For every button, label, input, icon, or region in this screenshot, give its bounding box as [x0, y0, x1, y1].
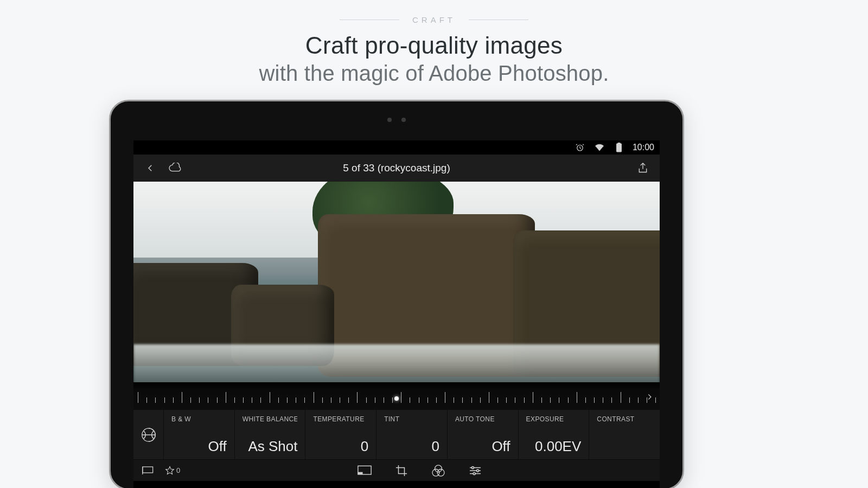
hw-button-2	[252, 100, 290, 101]
adjustment-value: 0	[313, 438, 368, 455]
app-top-bar: 5 of 33 (rockycoast.jpg)	[133, 155, 660, 182]
eyebrow-label: CRAFT	[412, 15, 456, 24]
svg-point-9	[437, 469, 444, 476]
svg-rect-2	[618, 143, 620, 144]
bottom-toolbar: 0	[133, 459, 660, 481]
adjustment-auto-tone[interactable]: AUTO TONEOff	[448, 410, 519, 459]
adjustment-label: WHITE BALANCE	[242, 415, 298, 423]
hw-button-1	[197, 100, 235, 101]
adjustment-label: AUTO TONE	[455, 415, 510, 423]
presets-button[interactable]	[431, 464, 445, 478]
eyebrow-line-right	[469, 20, 528, 20]
subheadline: with the magic of Adobe Photoshop.	[0, 61, 868, 86]
headline: Craft pro-quality images	[0, 32, 868, 59]
tablet-screen: 10:00 5 of 33 (rockycoast.jpg)	[133, 140, 660, 488]
adjust-button[interactable]	[468, 464, 482, 478]
android-status-bar: 10:00	[133, 140, 660, 155]
adjustment-tint[interactable]: TINT0	[376, 410, 448, 459]
status-time: 10:00	[633, 143, 654, 152]
adjustment-ruler[interactable]	[133, 382, 660, 409]
tablet-device: 10:00 5 of 33 (rockycoast.jpg)	[109, 100, 684, 488]
svg-point-10	[472, 466, 474, 468]
adjustment-value: Off	[455, 438, 510, 455]
cloud-sync-icon[interactable]	[168, 161, 182, 175]
marketing-header: CRAFT Craft pro-quality images with the …	[0, 0, 868, 86]
back-button[interactable]	[143, 161, 157, 175]
adjustment-label: TEMPERATURE	[313, 415, 368, 423]
adjustment-white-balance[interactable]: WHITE BALANCEAs Shot	[235, 410, 306, 459]
svg-point-7	[435, 465, 442, 472]
adjustment-contrast[interactable]: CONTRAST	[589, 410, 660, 459]
rating-button[interactable]: 0	[165, 466, 180, 476]
adjustment-exposure[interactable]: EXPOSURE0.00EV	[519, 410, 590, 459]
adjustment-label: TINT	[384, 415, 439, 423]
adjustments-row: B & WOffWHITE BALANCEAs ShotTEMPERATURE0…	[133, 409, 660, 459]
adjustment-b-w[interactable]: B & WOff	[164, 410, 235, 459]
svg-point-11	[477, 470, 479, 472]
adjustment-value: 0.00EV	[526, 438, 582, 455]
tablet-camera	[387, 118, 406, 122]
rating-count: 0	[176, 466, 180, 474]
ruler-center-indicator	[394, 396, 399, 401]
flag-button[interactable]	[141, 464, 155, 478]
adjustment-label: EXPOSURE	[526, 415, 582, 423]
adjustment-temperature[interactable]: TEMPERATURE0	[305, 410, 376, 459]
share-button[interactable]	[636, 161, 650, 175]
eyebrow-line-left	[340, 20, 399, 20]
compare-view-button[interactable]	[358, 464, 372, 478]
wifi-icon	[592, 140, 607, 155]
battery-icon	[612, 140, 626, 155]
adjustment-label: B & W	[171, 415, 227, 423]
basic-adjustments-icon[interactable]	[133, 410, 164, 459]
adjustment-label: CONTRAST	[597, 415, 652, 423]
ruler-scroll-right-icon[interactable]	[642, 390, 656, 404]
svg-rect-6	[358, 472, 363, 474]
adjustment-value: Off	[171, 438, 227, 455]
adjustment-value: 0	[384, 438, 439, 455]
crop-button[interactable]	[394, 464, 409, 478]
image-title: 5 of 33 (rockycoast.jpg)	[133, 162, 660, 174]
svg-rect-4	[143, 466, 153, 472]
adjustment-value: As Shot	[242, 438, 298, 455]
svg-point-12	[473, 472, 475, 474]
svg-rect-1	[616, 144, 621, 152]
photo-canvas[interactable]	[133, 182, 660, 382]
alarm-icon	[573, 140, 587, 155]
